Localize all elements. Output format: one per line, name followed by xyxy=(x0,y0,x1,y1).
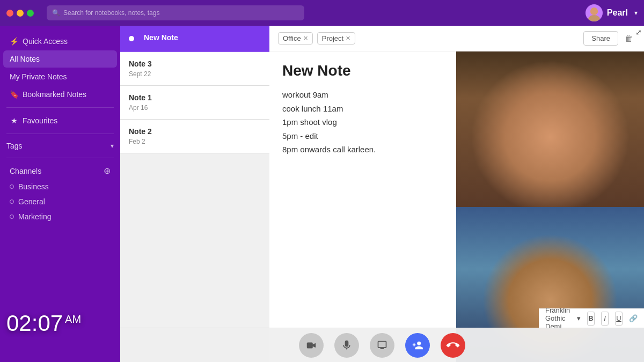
format-toolbar: Franklin Gothic Demi ▾ B I U 🔗 xyxy=(539,308,644,328)
star-icon: ★ xyxy=(10,116,18,125)
tag-office-label: Office xyxy=(283,34,301,42)
sidebar-item-bookmarked[interactable]: 🔖 Bookmarked Notes xyxy=(3,86,117,103)
end-call-button[interactable] xyxy=(441,333,465,358)
titlebar: 🔍 Search for notebooks, notes, tags Pear… xyxy=(0,0,644,26)
video-thumbnail-1 xyxy=(456,51,644,207)
channels-label: Channels xyxy=(10,167,41,175)
note-item-3[interactable]: Note 3 Sept 22 xyxy=(120,52,269,86)
search-icon: 🔍 xyxy=(52,9,60,17)
svg-point-26 xyxy=(559,126,565,134)
channel-marketing-label: Marketing xyxy=(18,212,51,221)
svg-rect-7 xyxy=(484,63,523,91)
svg-point-46 xyxy=(516,232,584,275)
tag-chip-office[interactable]: Office ✕ xyxy=(278,32,313,45)
svg-point-1 xyxy=(588,15,600,21)
tag-chip-project[interactable]: Project ✕ xyxy=(317,32,355,45)
underline-button[interactable]: U xyxy=(615,312,623,326)
italic-button[interactable]: I xyxy=(601,312,609,326)
close-button[interactable] xyxy=(6,10,13,17)
svg-point-19 xyxy=(515,90,585,175)
note-item-2[interactable]: Note 2 Feb 2 xyxy=(120,120,269,153)
tag-project-label: Project xyxy=(322,34,343,42)
link-button[interactable]: 🔗 xyxy=(629,314,638,322)
all-notes-label: All Notes xyxy=(10,55,40,63)
sidebar-item-private-notes[interactable]: My Private Notes xyxy=(3,68,117,85)
svg-point-13 xyxy=(630,61,634,65)
sidebar-item-quick-access[interactable]: ⚡ Quick Access xyxy=(3,33,117,50)
font-chevron-icon: ▾ xyxy=(577,314,581,322)
divider-3 xyxy=(6,158,114,158)
share-button[interactable]: Share xyxy=(583,31,618,46)
svg-point-23 xyxy=(533,122,544,136)
svg-point-16 xyxy=(457,152,643,206)
svg-rect-32 xyxy=(456,211,550,304)
svg-point-20 xyxy=(513,75,588,121)
svg-rect-38 xyxy=(461,215,478,300)
call-controls xyxy=(120,328,644,362)
channel-item-general[interactable]: General xyxy=(0,194,120,209)
quick-access-label: Quick Access xyxy=(23,37,68,46)
screen-share-button[interactable] xyxy=(370,333,394,358)
svg-point-54 xyxy=(546,291,554,297)
avatar xyxy=(586,4,603,21)
editor-actions: Share 🗑 xyxy=(583,31,635,46)
svg-point-17 xyxy=(469,156,546,195)
channel-item-business[interactable]: Business xyxy=(0,179,120,194)
svg-point-47 xyxy=(503,242,531,312)
tags-section-header[interactable]: Tags ▾ xyxy=(0,138,120,153)
note-2-title: Note 2 xyxy=(129,127,261,136)
add-channel-icon[interactable]: ⊕ xyxy=(104,166,111,176)
svg-line-9 xyxy=(569,55,644,67)
remove-tag-project-icon[interactable]: ✕ xyxy=(346,35,350,42)
svg-point-25 xyxy=(535,126,541,134)
font-selector[interactable]: Franklin Gothic Demi ▾ xyxy=(545,306,581,330)
svg-point-48 xyxy=(569,246,597,308)
channel-general-label: General xyxy=(18,197,45,206)
svg-line-29 xyxy=(560,160,568,183)
svg-point-10 xyxy=(575,55,580,60)
channel-circle-icon-2 xyxy=(10,200,14,204)
svg-rect-33 xyxy=(456,215,480,300)
channel-business-label: Business xyxy=(18,182,49,191)
svg-rect-4 xyxy=(456,51,644,145)
note-1-title: Note 1 xyxy=(129,93,261,102)
sidebar-item-favourites[interactable]: ★ Favourites xyxy=(3,112,117,129)
svg-rect-6 xyxy=(456,61,475,92)
main-layout: ⚡ Quick Access All Notes My Private Note… xyxy=(0,26,644,362)
chevron-down-icon[interactable]: ▾ xyxy=(634,9,638,17)
svg-point-52 xyxy=(559,281,565,289)
note-1-date: Apr 16 xyxy=(129,104,261,112)
mic-toggle-button[interactable] xyxy=(334,333,359,358)
svg-rect-31 xyxy=(456,207,554,308)
expand-icon[interactable]: ⤢ xyxy=(635,28,642,36)
bold-button[interactable]: B xyxy=(587,312,595,326)
minimize-button[interactable] xyxy=(17,10,24,17)
remove-tag-office-icon[interactable]: ✕ xyxy=(303,35,308,42)
note-item-1[interactable]: Note 1 Apr 16 xyxy=(120,86,269,120)
sidebar-item-all-notes[interactable]: All Notes xyxy=(3,50,117,68)
note-3-title: Note 3 xyxy=(129,60,261,68)
channel-item-marketing[interactable]: Marketing xyxy=(0,209,120,224)
svg-point-21 xyxy=(500,90,531,152)
favourites-label: Favourites xyxy=(23,116,57,125)
svg-point-18 xyxy=(558,157,627,191)
active-note-indicator xyxy=(129,36,134,41)
maximize-button[interactable] xyxy=(27,10,34,17)
tags-label: Tags xyxy=(6,142,23,150)
svg-point-22 xyxy=(569,94,601,149)
search-bar[interactable]: 🔍 Search for notebooks, notes, tags xyxy=(47,5,304,20)
user-name: Pearl xyxy=(607,8,628,18)
channels-header: Channels ⊕ xyxy=(0,162,120,179)
new-note-item[interactable]: New Note xyxy=(120,26,269,52)
editor-toolbar: Office ✕ Project ✕ Share 🗑 xyxy=(269,26,644,51)
svg-point-11 xyxy=(590,57,595,62)
bookmarked-label: Bookmarked Notes xyxy=(23,90,86,99)
add-participant-button[interactable] xyxy=(405,333,430,358)
svg-rect-35 xyxy=(484,260,550,300)
svg-rect-34 xyxy=(484,215,550,257)
link-icon: 🔗 xyxy=(629,314,638,322)
delete-icon[interactable]: 🗑 xyxy=(623,32,635,46)
svg-rect-37 xyxy=(456,215,459,300)
svg-point-12 xyxy=(610,59,614,64)
video-toggle-button[interactable] xyxy=(299,333,324,358)
